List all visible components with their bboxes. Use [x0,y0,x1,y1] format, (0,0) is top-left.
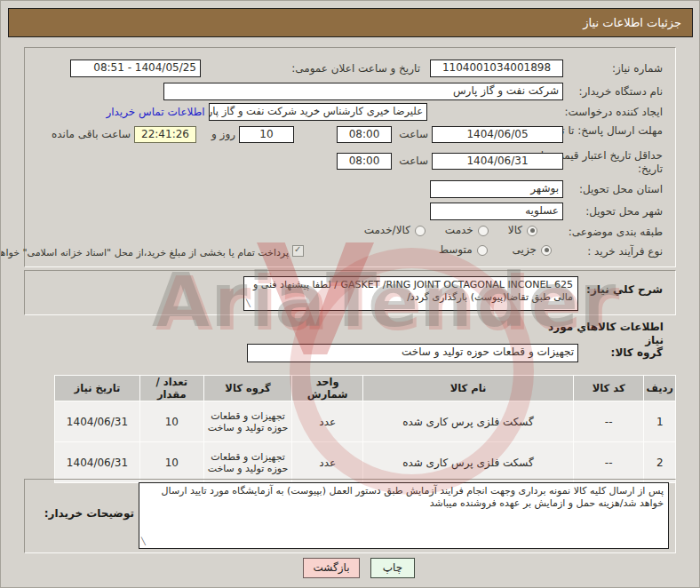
subject-class-label: طبقه بندی موضوعی: [534,226,663,239]
col-row-index: ردیف [644,376,676,401]
table-row: 1 -- گسکت فلزی پرس کاری شده عدد تجهیزات … [55,401,676,442]
price-validity-hour-field[interactable]: 08:00 [337,153,392,170]
col-unit: واحد شمارش [292,376,363,401]
announce-datetime-field[interactable]: 1404/05/25 - 08:51 [70,60,201,77]
countdown-timer: 22:41:26 [134,126,196,143]
goods-table: ردیف کد کالا نام کالا واحد شمارش گروه کا… [54,375,676,483]
radio-minor-label: جزیی [513,243,537,257]
process-type-options: جزیی متوسط [399,243,552,257]
cell-quantity: 10 [139,442,203,483]
cell-row-index: 1 [644,401,676,442]
cell-item-name: گسکت فلزی پرس کاری شده [363,401,574,442]
days-suffix-label: روز و [198,128,235,141]
cell-item-name: گسکت فلزی پرس کاری شده [363,442,574,483]
request-creator-field[interactable]: علیرضا خیری کارشناس خرید شرکت نفت و گاز … [209,103,427,121]
treasury-checkbox checkbox-checked-icon[interactable] [292,245,304,257]
announce-datetime-label: تاریخ و ساعت اعلان عمومی: [212,62,420,75]
goods-group-label: گروه کالا: [583,346,663,360]
buyer-notes-text: پس از ارسال کلیه کالا نمونه برداری وجهت … [162,485,664,509]
col-need-date: تاریخ نیاز [55,376,140,401]
cell-item-code: -- [573,401,644,442]
reply-deadline-date-field[interactable]: 1404/06/05 [432,126,563,143]
buyer-contact-link[interactable]: اطلاعات تماس خریدار [103,106,208,118]
need-number-label: شماره نیاز: [552,62,663,75]
cell-row-index: 2 [644,442,676,483]
cell-unit: عدد [292,401,363,442]
price-validity-hour-label: ساعت [394,155,428,168]
process-type-label: نوع فرآیند خرید : [534,245,663,258]
reply-deadline-hour-label: ساعت [394,128,428,141]
radio-medium-label: متوسط [439,243,473,257]
countdown-suffix-label: ساعت باقی مانده [38,128,131,141]
request-creator-label: ایجاد کننده درخواست: [534,106,663,119]
table-row: 2 -- گسکت فلزی پرس کاری شده عدد تجهیزات … [55,442,676,483]
col-item-code: کد کالا [573,376,644,401]
buyer-org-label: نام دستگاه خریدار: [552,85,663,99]
col-quantity: تعداد / مقدار [139,376,203,401]
subject-class-options: کالا خدمت کالا/خدمت [314,224,537,237]
resize-grip-icon: ╲ [246,298,251,310]
price-validity-date-field[interactable]: 1404/06/31 [432,153,563,170]
cell-group: تجهیزات و قطعات حوزه تولید و ساخت [203,442,292,483]
col-item-name: نام کالا [363,376,574,401]
need-description-field[interactable]: GASKET /RING JOINT OCTAGONAL INCONEL 625… [243,276,578,311]
radio-goods-service[interactable] [415,226,426,236]
cell-group: تجهیزات و قطعات حوزه تولید و ساخت [203,401,292,442]
radio-medium[interactable] [477,245,488,256]
cell-unit: عدد [292,442,363,483]
delivery-city-field[interactable]: عسلویه [430,203,563,220]
buyer-notes-label: توضیحات خریدار: [28,507,134,520]
treasury-note: پرداخت تمام یا بخشی از مبلغ خرید،از محل … [26,246,289,259]
delivery-province-field[interactable]: بوشهر [430,180,563,198]
buyer-org-field[interactable]: شرکت نفت و گاز پارس [163,83,563,100]
back-button[interactable]: بازگشت [303,558,360,578]
need-description-label: شرح کلي نیاز: [569,283,663,297]
need-number-field[interactable]: 1104001034001898 [430,60,563,77]
buyer-notes-field[interactable]: پس از ارسال کلیه کالا نمونه برداری وجهت … [139,482,669,549]
resize-grip-icon: ╲ [141,536,146,548]
cell-need-date: 1404/06/31 [55,401,140,442]
cell-item-code: -- [573,442,644,483]
radio-service-label: خدمت [445,224,473,237]
cell-quantity: 10 [139,401,203,442]
radio-goods[interactable] [527,226,537,236]
page-title: جزئیات اطلاعات نیاز [8,8,693,37]
reply-deadline-hour-field[interactable]: 08:00 [337,126,392,143]
radio-service[interactable] [478,226,489,236]
goods-table-header-row: ردیف کد کالا نام کالا واحد شمارش گروه کا… [55,376,676,401]
remaining-days-field[interactable]: 10 [239,126,294,143]
goods-group-field[interactable]: تجهیزات و قطعات حوزه تولید و ساخت [247,344,578,362]
col-group: گروه کالا [203,376,292,401]
need-details-page: جزئیات اطلاعات نیاز شماره نیاز: 11040010… [0,0,700,588]
radio-goods-label: کالا [508,224,522,237]
cell-need-date: 1404/06/31 [55,442,140,483]
radio-goods-service-label: کالا/خدمت [364,224,410,237]
radio-minor[interactable] [541,245,552,256]
need-description-text: GASKET /RING JOINT OCTAGONAL INCONEL 625… [253,279,573,303]
print-button[interactable]: چاپ [370,558,415,578]
